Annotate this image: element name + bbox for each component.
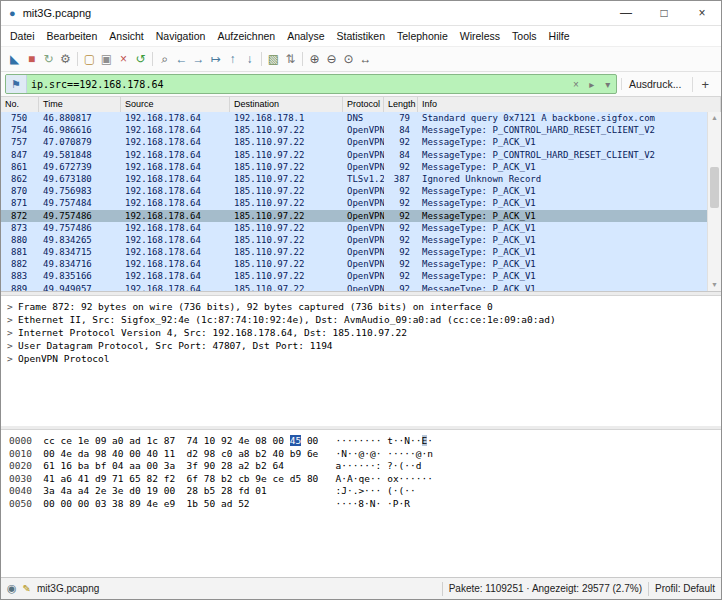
- packet-row-872[interactable]: 87249.757486192.168.178.64185.110.97.22O…: [1, 210, 708, 222]
- scrollbar-thumb[interactable]: [710, 167, 719, 207]
- packet-list-scrollbar[interactable]: ▲ ▼: [707, 112, 721, 291]
- save-file-icon[interactable]: ▣: [98, 51, 115, 68]
- column-header-length[interactable]: Length: [384, 97, 418, 112]
- packet-row-881[interactable]: 88149.834715192.168.178.64185.110.97.22O…: [1, 246, 708, 258]
- minimize-button[interactable]: —: [607, 1, 645, 25]
- expander-icon[interactable]: >: [7, 326, 18, 339]
- colorize-icon[interactable]: ▧: [265, 51, 282, 68]
- resize-columns-icon[interactable]: ↔: [357, 51, 374, 68]
- zoom-out-icon[interactable]: ⊖: [323, 51, 340, 68]
- menu-datei[interactable]: Datei: [4, 28, 41, 44]
- expander-icon[interactable]: >: [7, 300, 18, 313]
- capture-options-icon[interactable]: ⚙: [57, 51, 74, 68]
- cell-info: MessageType: P_ACK_V1: [418, 258, 708, 270]
- go-to-packet-icon[interactable]: ↦: [207, 51, 224, 68]
- hex-byte: c0: [221, 448, 232, 459]
- zoom-in-icon[interactable]: ⊕: [306, 51, 323, 68]
- packet-row-757[interactable]: 75747.070879192.168.178.64185.110.97.22O…: [1, 136, 708, 148]
- menu-telephonie[interactable]: Telephonie: [391, 28, 454, 44]
- go-forward-icon[interactable]: →: [190, 51, 207, 68]
- capture-comment-icon[interactable]: ✎: [23, 583, 31, 594]
- expression-button[interactable]: Ausdruck...: [621, 78, 689, 90]
- menu-navigation[interactable]: Navigation: [150, 28, 212, 44]
- cell-length: 92: [384, 185, 418, 197]
- expander-icon[interactable]: >: [7, 313, 18, 326]
- expander-icon[interactable]: >: [7, 339, 18, 352]
- reload-file-icon[interactable]: ↺: [132, 51, 149, 68]
- packet-row-882[interactable]: 88249.834716192.168.178.64185.110.97.22O…: [1, 258, 708, 270]
- cell-protocol: OpenVPN: [343, 222, 384, 234]
- menu-hilfe[interactable]: Hilfe: [543, 28, 576, 44]
- maximize-button[interactable]: □: [645, 1, 683, 25]
- open-file-icon[interactable]: ▢: [81, 51, 98, 68]
- menu-bearbeiten[interactable]: Bearbeiten: [41, 28, 104, 44]
- menu-aufzeichnen[interactable]: Aufzeichnen: [211, 28, 281, 44]
- column-header-info[interactable]: Info: [418, 97, 721, 112]
- start-capture-icon[interactable]: ◣: [6, 51, 23, 68]
- go-first-icon[interactable]: ↑: [224, 51, 241, 68]
- filter-dropdown-icon[interactable]: ▾: [600, 79, 616, 90]
- go-back-icon[interactable]: ←: [173, 51, 190, 68]
- packet-row-871[interactable]: 87149.757484192.168.178.64185.110.97.22O…: [1, 197, 708, 209]
- packet-row-870[interactable]: 87049.756983192.168.178.64185.110.97.22O…: [1, 185, 708, 197]
- scrollbar-track[interactable]: [708, 124, 721, 279]
- display-filter-input[interactable]: [27, 79, 568, 90]
- packet-row-750[interactable]: 75046.880817192.168.178.64192.168.178.1D…: [1, 112, 708, 124]
- packet-row-754[interactable]: 75446.986616192.168.178.64185.110.97.22O…: [1, 124, 708, 136]
- zoom-reset-icon[interactable]: ⊙: [340, 51, 357, 68]
- detail-line-1[interactable]: >Ethernet II, Src: Sigfox_92:4e (1c:87:7…: [1, 313, 721, 326]
- add-filter-button[interactable]: +: [692, 77, 717, 92]
- packet-row-883[interactable]: 88349.835166192.168.178.64185.110.97.22O…: [1, 270, 708, 282]
- expert-info-icon[interactable]: ◉: [7, 582, 17, 595]
- cell-no: 861: [1, 161, 39, 173]
- hex-byte: 08: [255, 435, 266, 446]
- hex-row-0000[interactable]: 0000 cc ce 1e 09 a0 ad 1c 87 74 10 92 4e…: [1, 435, 721, 448]
- column-header-destination[interactable]: Destination: [230, 97, 343, 112]
- column-header-source[interactable]: Source: [121, 97, 230, 112]
- column-header-no[interactable]: No.: [1, 97, 39, 112]
- stop-capture-icon[interactable]: ■: [23, 51, 40, 68]
- packet-row-861[interactable]: 86149.672739192.168.178.64185.110.97.22O…: [1, 161, 708, 173]
- detail-line-4[interactable]: >OpenVPN Protocol: [1, 352, 721, 365]
- hex-byte: 64: [273, 460, 284, 471]
- go-last-icon[interactable]: ↓: [241, 51, 258, 68]
- menu-wireless[interactable]: Wireless: [454, 28, 506, 44]
- scroll-up-icon[interactable]: ▲: [711, 112, 718, 124]
- packet-row-873[interactable]: 87349.757486192.168.178.64185.110.97.22O…: [1, 222, 708, 234]
- packet-row-889[interactable]: 88949.949057192.168.178.64185.110.97.22O…: [1, 283, 708, 291]
- cell-info: MessageType: P_ACK_V1: [418, 161, 708, 173]
- hex-row-0030[interactable]: 0030 41 a6 41 d9 71 65 82 f2 6f 78 b2 cb…: [1, 473, 721, 486]
- expander-icon[interactable]: >: [7, 352, 18, 365]
- hex-row-0050[interactable]: 0050 00 00 00 03 38 89 4e e9 1b 50 ad 52…: [1, 498, 721, 511]
- scroll-down-icon[interactable]: ▼: [711, 279, 718, 291]
- packet-list-header: No.TimeSourceDestinationProtocolLengthIn…: [1, 97, 721, 113]
- detail-line-0[interactable]: >Frame 872: 92 bytes on wire (736 bits),…: [1, 300, 721, 313]
- menu-statistiken[interactable]: Statistiken: [331, 28, 391, 44]
- hex-row-0020[interactable]: 0020 61 16 ba bf 04 aa 00 3a 3f 90 28 a2…: [1, 460, 721, 473]
- detail-line-3[interactable]: >User Datagram Protocol, Src Port: 47807…: [1, 339, 721, 352]
- hex-row-0010[interactable]: 0010 00 4e da 98 40 00 40 11 d2 98 c0 a8…: [1, 448, 721, 461]
- filter-apply-icon[interactable]: ▸: [584, 79, 600, 90]
- column-header-time[interactable]: Time: [39, 97, 121, 112]
- close-file-icon[interactable]: ×: [115, 51, 132, 68]
- filter-bookmark-icon[interactable]: ⚑: [6, 75, 27, 93]
- find-packet-icon[interactable]: ⌕: [156, 51, 173, 68]
- menu-ansicht[interactable]: Ansicht: [103, 28, 149, 44]
- column-header-protocol[interactable]: Protocol: [343, 97, 384, 112]
- close-button[interactable]: ×: [683, 1, 721, 25]
- packet-row-847[interactable]: 84749.581848192.168.178.64185.110.97.22O…: [1, 149, 708, 161]
- menu-tools[interactable]: Tools: [506, 28, 543, 44]
- auto-scroll-icon[interactable]: ⇅: [282, 51, 299, 68]
- restart-capture-icon[interactable]: ↻: [40, 51, 57, 68]
- hex-byte: d0: [129, 485, 140, 496]
- filter-clear-icon[interactable]: ×: [568, 79, 584, 90]
- packet-row-880[interactable]: 88049.834265192.168.178.64185.110.97.22O…: [1, 234, 708, 246]
- detail-line-2[interactable]: >Internet Protocol Version 4, Src: 192.1…: [1, 326, 721, 339]
- hex-byte: da: [78, 448, 89, 459]
- status-profile[interactable]: Profil: Default: [655, 583, 715, 594]
- hex-row-0040[interactable]: 0040 3a 4a a4 2e 3e d0 19 00 28 b5 28 fd…: [1, 485, 721, 498]
- menu-analyse[interactable]: Analyse: [281, 28, 330, 44]
- hex-byte: 00: [164, 485, 175, 496]
- hex-byte: 00: [129, 448, 140, 459]
- packet-row-862[interactable]: 86249.673180192.168.178.64185.110.97.22T…: [1, 173, 708, 185]
